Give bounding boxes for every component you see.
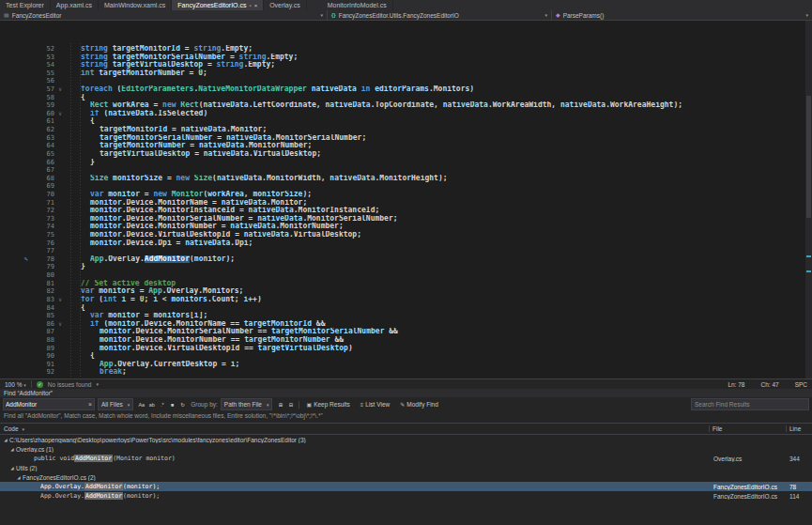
code-line[interactable]: 82var monitors = App.Overlay.Monitors; (0, 287, 812, 296)
code-line[interactable]: 79} (0, 263, 812, 271)
code-line[interactable]: 89monitor.Device.VirtualDesktopId == tar… (0, 345, 812, 353)
expander-icon[interactable]: ◢ (8, 466, 16, 471)
zoom-control[interactable]: 100 % ▾ (5, 381, 26, 388)
health-label[interactable]: No issues found (48, 381, 92, 388)
code-line[interactable]: 86∨if (monitor.Device.MonitorName == tar… (0, 320, 812, 329)
result-group-row[interactable]: ◢ C:\Users\zhaopengwang\Desktop\powertoy… (0, 435, 812, 444)
code-line[interactable]: 77 (0, 247, 812, 255)
code-line[interactable]: 80 (0, 271, 812, 280)
expander-icon[interactable]: ◢ (2, 438, 9, 442)
tab-Test Explorer[interactable]: Test Explorer (0, 0, 51, 10)
collapse-all-icon[interactable]: ⊟ (285, 399, 296, 409)
filter-results-input[interactable] (691, 398, 809, 410)
fold-chevron-icon[interactable]: ∨ (54, 110, 66, 118)
code-line[interactable]: 62targetMonitorId = nativeData.Monitor; (0, 126, 812, 134)
line-indicator[interactable]: Ln: 78 (728, 381, 744, 388)
repeat-search-icon[interactable]: ↻ (177, 399, 188, 409)
code-line[interactable]: 67 (0, 166, 812, 175)
glyph-margin (0, 54, 28, 62)
code-line[interactable]: 55int targetMonitorNumber = 0; (0, 69, 812, 78)
code-line[interactable]: 56 (0, 77, 812, 85)
group-by-dropdown[interactable]: Path then File ▾ (221, 398, 273, 410)
result-row[interactable]: App.Overlay.AddMonitor(monitor);FancyZon… (0, 482, 812, 491)
health-check-icon[interactable]: ✓ (37, 381, 43, 388)
project-dropdown[interactable]: ▤ FancyZonesEditor ▾ (0, 10, 328, 20)
code-line[interactable]: 53string targetMonitorSerialNumber = str… (0, 54, 812, 62)
code-line[interactable]: 70var monitor = new Monitor(workArea, mo… (0, 191, 812, 199)
indent-indicator[interactable]: SPC (795, 381, 807, 388)
column-header-line[interactable]: Line (786, 425, 812, 432)
result-row[interactable]: public void AddMonitor(Monitor monitor)O… (0, 454, 812, 463)
code-line[interactable]: 65targetVirtualDesktop = nativeData.Virt… (0, 150, 812, 159)
code-line[interactable]: 92break; (0, 368, 812, 377)
pin-icon[interactable]: ▫ (249, 3, 251, 8)
regex-icon[interactable]: .* (157, 399, 167, 409)
code-line[interactable]: 64targetMonitorNumber = nativeData.Monit… (0, 142, 812, 150)
expand-all-icon[interactable]: ⊞ (275, 399, 285, 409)
list-view-button[interactable]: ≡ List View (357, 399, 393, 409)
code-line[interactable]: 57∨foreach (EditorParameters.NativeMonit… (0, 85, 812, 94)
column-header-code[interactable]: Code ▾ (0, 425, 709, 432)
code-line[interactable]: 63targetMonitorSerialNumber = nativeData… (0, 134, 812, 143)
code-line[interactable]: 81// Set active desktop (0, 280, 812, 288)
result-group-row[interactable]: ◢ Utils (2) (0, 463, 812, 472)
line-number: 72 (28, 207, 54, 215)
code-line[interactable]: 72monitor.Device.MonitorInstanceId = nat… (0, 207, 812, 215)
tab-Overlay.cs[interactable]: Overlay.cs (264, 0, 307, 10)
code-line[interactable]: 68Size monitorSize = new Size(nativeData… (0, 175, 812, 183)
code-line[interactable]: 61{ (0, 117, 812, 126)
find-search-box[interactable]: × (3, 398, 95, 410)
type-dropdown[interactable]: {} FancyZonesEditor.Utils.FancyZonesEdit… (328, 10, 552, 20)
tab-FancyZonesEditorIO.cs[interactable]: FancyZonesEditorIO.cs▫× (172, 0, 264, 10)
code-line[interactable]: 66} (0, 159, 812, 167)
member-dropdown[interactable]: ◆ ParseParams() ▾ (552, 10, 812, 20)
match-case-icon[interactable]: Aa (136, 399, 146, 409)
expander-icon[interactable]: ◢ (15, 475, 23, 480)
result-group-row[interactable]: ◢ Overlay.cs (1) (0, 444, 812, 454)
stop-search-icon[interactable]: ■ (167, 399, 177, 409)
column-indicator[interactable]: Ch: 47 (760, 381, 778, 388)
editor-scrollbar[interactable] (805, 21, 812, 378)
scrollbar-thumb[interactable] (806, 96, 811, 218)
code-line[interactable]: 52string targetMonitorId = string.Empty; (0, 45, 812, 54)
scope-dropdown[interactable]: All Files ▾ (98, 398, 133, 410)
code-text: targetMonitorNumber = nativeData.Monitor… (66, 142, 812, 150)
clear-search-icon[interactable]: × (88, 401, 92, 408)
code-line[interactable]: 83∨for (int i = 0; i < monitors.Count; i… (0, 296, 812, 304)
result-row[interactable]: App.Overlay.AddMonitor(monitor);FancyZon… (0, 491, 812, 501)
fold-chevron-icon[interactable]: ∨ (54, 320, 66, 329)
code-line[interactable]: 75monitor.Device.VirtualDesktopId = nati… (0, 231, 812, 239)
code-line[interactable]: 76monitor.Device.Dpi = nativeData.Dpi; (0, 239, 812, 248)
code-line[interactable]: ✎78App.Overlay.AddMonitor(monitor); (0, 255, 812, 264)
code-line[interactable]: 54string targetVirtualDesktop = string.E… (0, 61, 812, 69)
code-line[interactable]: 71monitor.Device.MonitorName = nativeDat… (0, 199, 812, 208)
code-line[interactable]: 87monitor.Device.MonitorSerialNumber == … (0, 328, 812, 336)
code-line[interactable]: 58{ (0, 94, 812, 102)
column-header-file[interactable]: File (709, 425, 786, 432)
keep-results-button[interactable]: ▣ Keep Results (302, 399, 353, 409)
code-line[interactable]: 91App.Overlay.CurrentDesktop = i; (0, 361, 812, 369)
close-icon[interactable]: × (254, 3, 258, 8)
find-search-input[interactable] (4, 401, 84, 408)
code-line[interactable]: 84{ (0, 304, 812, 313)
tab-MonitorInfoModel.cs[interactable]: MonitorInfoModel.cs (322, 0, 393, 10)
code-line[interactable]: 85var monitor = monitors[i]; (0, 312, 812, 320)
whole-word-icon[interactable]: ab (146, 399, 157, 409)
fold-chevron-icon[interactable]: ∨ (54, 85, 66, 94)
fold-margin (54, 175, 66, 183)
tab-MainWindow.xaml.cs[interactable]: MainWindow.xaml.cs (99, 0, 172, 10)
code-line[interactable]: 59Rect workArea = new Rect(nativeData.Le… (0, 101, 812, 110)
expander-icon[interactable]: ◢ (8, 447, 16, 452)
code-line[interactable]: 88monitor.Device.MonitorNumber == target… (0, 336, 812, 345)
code-line[interactable]: 69 (0, 182, 812, 191)
code-line[interactable]: 60∨if (nativeData.IsSelected) (0, 110, 812, 118)
code-line[interactable]: 74monitor.Device.MonitorNumber = nativeD… (0, 223, 812, 231)
code-line[interactable]: 73monitor.Device.MonitorSerialNumber = n… (0, 215, 812, 224)
tab-App.xaml.cs[interactable]: App.xaml.cs (51, 0, 99, 10)
code-text: string targetVirtualDesktop = string.Emp… (66, 61, 812, 69)
code-editor[interactable]: 52string targetMonitorId = string.Empty;… (0, 21, 812, 378)
code-line[interactable]: 90{ (0, 352, 812, 361)
fold-chevron-icon[interactable]: ∨ (54, 296, 66, 304)
result-group-row[interactable]: ◢ FancyZonesEditorIO.cs (2) (0, 472, 812, 482)
modify-find-button[interactable]: ✎ Modify Find (396, 399, 442, 409)
